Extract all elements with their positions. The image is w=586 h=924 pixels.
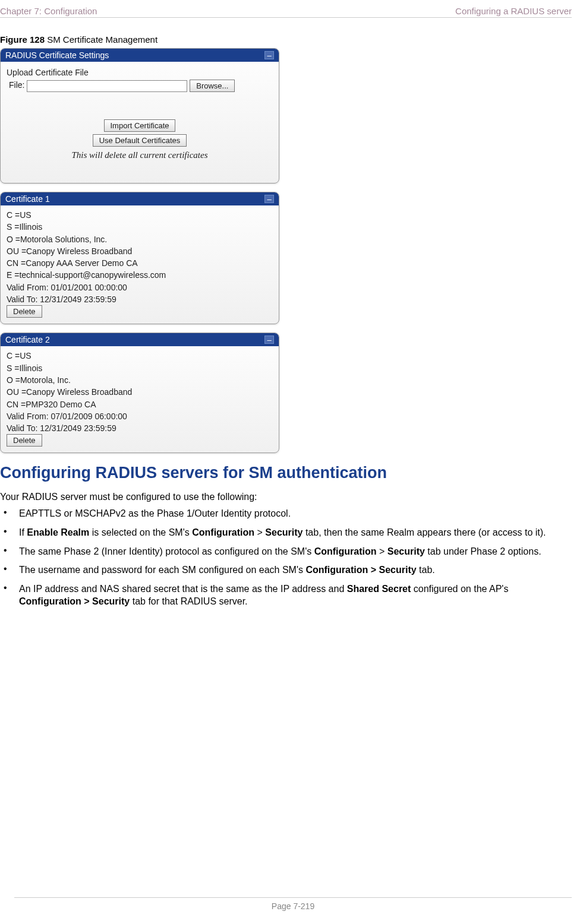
file-input[interactable] bbox=[27, 80, 187, 92]
panel-body-cert1: C =US S =Illinois O =Motorola Solutions,… bbox=[1, 205, 279, 324]
bullet-icon: • bbox=[4, 507, 7, 520]
cert-line: Valid From: 01/01/2001 00:00:00 bbox=[7, 281, 273, 293]
text-bold: Security bbox=[265, 527, 303, 537]
cert-line: S =Illinois bbox=[7, 362, 273, 374]
bullet-text: EAPTTLS or MSCHAPv2 as the Phase 1/Outer… bbox=[19, 507, 572, 520]
upload-label: Upload Certificate File bbox=[7, 68, 273, 77]
text-fragment: If bbox=[19, 527, 27, 537]
collapse-icon[interactable]: – bbox=[264, 336, 274, 344]
file-label: File: bbox=[9, 80, 24, 90]
header-left: Chapter 7: Configuration bbox=[0, 6, 97, 16]
list-item: • An IP address and NAS shared secret th… bbox=[4, 583, 572, 608]
figure-label-bold: Figure 128 bbox=[0, 34, 45, 45]
text-fragment: An IP address and NAS shared secret that… bbox=[19, 584, 347, 594]
cert-line: Valid To: 12/31/2049 23:59:59 bbox=[7, 422, 273, 434]
panel-header-radius: RADIUS Certificate Settings – bbox=[1, 49, 279, 62]
panel-certificate-1: Certificate 1 – C =US S =Illinois O =Mot… bbox=[0, 192, 279, 324]
text-fragment: tab. bbox=[417, 565, 435, 575]
list-item: • If Enable Realm is selected on the SM'… bbox=[4, 526, 572, 539]
cert-line: Valid To: 12/31/2049 23:59:59 bbox=[7, 293, 273, 305]
panel-title: Certificate 2 bbox=[5, 335, 50, 344]
panel-radius-settings: RADIUS Certificate Settings – Upload Cer… bbox=[0, 48, 279, 183]
panel-body-cert2: C =US S =Illinois O =Motorola, Inc. OU =… bbox=[1, 346, 279, 452]
text-bold: Security bbox=[387, 546, 425, 556]
panel-title: Certificate 1 bbox=[5, 194, 50, 204]
cert-line: OU =Canopy Wireless Broadband bbox=[7, 386, 273, 398]
text-fragment: tab for that RADIUS server. bbox=[130, 596, 247, 606]
heading-configuring-radius: Configuring RADIUS servers for SM authen… bbox=[0, 464, 572, 482]
bullet-icon: • bbox=[4, 545, 7, 558]
collapse-icon[interactable]: – bbox=[264, 195, 274, 203]
import-certificate-button[interactable]: Import Certificate bbox=[104, 119, 176, 132]
bullet-text: The same Phase 2 (Inner Identity) protoc… bbox=[19, 545, 572, 558]
panel-header-cert1: Certificate 1 – bbox=[1, 192, 279, 205]
file-row: File: Browse... bbox=[7, 80, 273, 92]
cert-line: S =Illinois bbox=[7, 221, 273, 233]
text-bold: Shared Secret bbox=[347, 584, 411, 594]
header-right: Configuring a RADIUS server bbox=[455, 6, 572, 16]
bullet-icon: • bbox=[4, 526, 7, 539]
page-footer: Page 7-219 bbox=[14, 897, 572, 911]
panel-body-radius: Upload Certificate File File: Browse... … bbox=[1, 62, 279, 166]
text-bold: Configuration bbox=[314, 546, 377, 556]
bullet-text: The username and password for each SM co… bbox=[19, 564, 572, 577]
cert-line: E =technical-support@canopywireless.com bbox=[7, 269, 273, 281]
page-header: Chapter 7: Configuration Configuring a R… bbox=[0, 6, 572, 18]
bullet-text: An IP address and NAS shared secret that… bbox=[19, 583, 572, 608]
cert-line: C =US bbox=[7, 209, 273, 221]
cert-line: OU =Canopy Wireless Broadband bbox=[7, 245, 273, 257]
list-item: • The same Phase 2 (Inner Identity) prot… bbox=[4, 545, 572, 558]
cert-line: CN =PMP320 Demo CA bbox=[7, 398, 273, 410]
list-item: • The username and password for each SM … bbox=[4, 564, 572, 577]
browse-button[interactable]: Browse... bbox=[190, 80, 235, 92]
text-bold: Configuration > Security bbox=[19, 596, 130, 606]
text-fragment: The username and password for each SM co… bbox=[19, 565, 305, 575]
bullet-text: If Enable Realm is selected on the SM's … bbox=[19, 526, 572, 539]
figure-caption: Figure 128 SM Certificate Management bbox=[0, 34, 572, 45]
text-fragment: tab, then the same Realm appears there (… bbox=[303, 527, 546, 537]
figure-label-rest: SM Certificate Management bbox=[45, 34, 157, 45]
panel-header-cert2: Certificate 2 – bbox=[1, 333, 279, 346]
list-item: • EAPTTLS or MSCHAPv2 as the Phase 1/Out… bbox=[4, 507, 572, 520]
collapse-icon[interactable]: – bbox=[264, 51, 274, 59]
text-bold: Configuration > Security bbox=[305, 565, 416, 575]
text-fragment: > bbox=[377, 546, 387, 556]
intro-text: Your RADIUS server must be configured to… bbox=[0, 492, 572, 502]
text-fragment: tab under Phase 2 options. bbox=[425, 546, 541, 556]
bullet-icon: • bbox=[4, 564, 7, 577]
delete-button[interactable]: Delete bbox=[7, 434, 42, 447]
cert-line: O =Motorola Solutions, Inc. bbox=[7, 233, 273, 245]
text-fragment: configured on the AP's bbox=[411, 584, 508, 594]
text-bold: Configuration bbox=[192, 527, 254, 537]
panel-title: RADIUS Certificate Settings bbox=[5, 50, 109, 60]
cert-line: Valid From: 07/01/2009 06:00:00 bbox=[7, 410, 273, 422]
text-fragment: The same Phase 2 (Inner Identity) protoc… bbox=[19, 546, 314, 556]
center-buttons: Import Certificate Use Default Certifica… bbox=[7, 119, 273, 160]
use-default-certificates-button[interactable]: Use Default Certificates bbox=[93, 134, 187, 147]
delete-note: This will delete all current certificate… bbox=[7, 150, 273, 160]
text-fragment: > bbox=[254, 527, 265, 537]
cert-line: O =Motorola, Inc. bbox=[7, 374, 273, 386]
bullet-list: • EAPTTLS or MSCHAPv2 as the Phase 1/Out… bbox=[0, 507, 572, 608]
text-bold: Enable Realm bbox=[27, 527, 89, 537]
cert-line: C =US bbox=[7, 350, 273, 362]
panel-certificate-2: Certificate 2 – C =US S =Illinois O =Mot… bbox=[0, 333, 279, 453]
delete-button[interactable]: Delete bbox=[7, 305, 42, 318]
text-fragment: is selected on the SM's bbox=[89, 527, 192, 537]
bullet-icon: • bbox=[4, 583, 7, 608]
cert-line: CN =Canopy AAA Server Demo CA bbox=[7, 257, 273, 269]
